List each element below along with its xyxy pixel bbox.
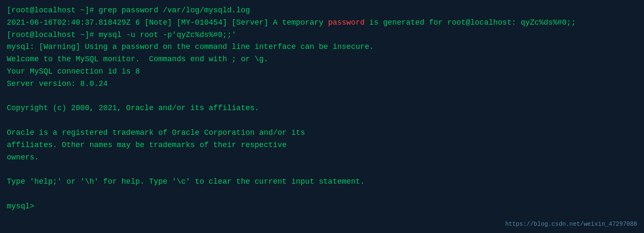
empty-line bbox=[7, 114, 637, 127]
terminal-line: Type 'help;' or '\h' for help. Type '\c'… bbox=[7, 176, 637, 188]
watermark: https://blog.csdn.net/weixin_47297088 bbox=[505, 219, 637, 229]
line-text: Server version: 8.0.24 bbox=[7, 80, 108, 88]
terminal-line: 2021-06-16T02:40:37.818429Z 6 [Note] [MY… bbox=[7, 17, 637, 29]
line-text: 2021-06-16T02:40:37.818429Z 6 [Note] [MY… bbox=[7, 18, 328, 27]
empty-line bbox=[7, 163, 637, 176]
line-text: owners. bbox=[7, 153, 39, 162]
line-text: mysql: [Warning] Using a password on the… bbox=[7, 43, 374, 51]
empty-line bbox=[7, 188, 637, 200]
terminal-line: Server version: 8.0.24 bbox=[7, 78, 637, 90]
terminal-line: [root@localhost ~]# grep password /var/l… bbox=[7, 4, 637, 17]
terminal-line: affiliates. Other names may be trademark… bbox=[7, 139, 637, 151]
line-text: Welcome to the MySQL monitor. Commands e… bbox=[7, 55, 268, 63]
line-text: Copyright (c) 2000, 2021, Oracle and/or … bbox=[7, 104, 259, 112]
line-text: affiliates. Other names may be trademark… bbox=[7, 141, 287, 149]
terminal: [root@localhost ~]# grep password /var/l… bbox=[0, 0, 644, 233]
terminal-line: Your MySQL connection id is 8 bbox=[7, 65, 637, 78]
terminal-line: Copyright (c) 2000, 2021, Oracle and/or … bbox=[7, 102, 637, 114]
line-text: is generated for root@localhost: qyZc%ds… bbox=[365, 18, 576, 27]
highlighted-word: password bbox=[328, 18, 364, 27]
empty-line bbox=[7, 90, 637, 102]
terminal-line: Oracle is a registered trademark of Orac… bbox=[7, 127, 637, 139]
terminal-line: [root@localhost ~]# mysql -u root -p'qyZ… bbox=[7, 29, 637, 41]
terminal-line: mysql: [Warning] Using a password on the… bbox=[7, 41, 637, 53]
line-text: [root@localhost ~]# mysql -u root -p'qyZ… bbox=[7, 31, 236, 39]
terminal-line: Welcome to the MySQL monitor. Commands e… bbox=[7, 53, 637, 65]
terminal-line: owners. bbox=[7, 151, 637, 164]
line-text: Oracle is a registered trademark of Orac… bbox=[7, 128, 305, 137]
line-text: [root@localhost ~]# grep password /var/l… bbox=[7, 6, 250, 14]
prompt-text: mysql> bbox=[7, 202, 39, 210]
line-text: Type 'help;' or '\h' for help. Type '\c'… bbox=[7, 177, 365, 186]
line-text: Your MySQL connection id is 8 bbox=[7, 67, 140, 76]
terminal-prompt[interactable]: mysql> bbox=[7, 200, 637, 213]
